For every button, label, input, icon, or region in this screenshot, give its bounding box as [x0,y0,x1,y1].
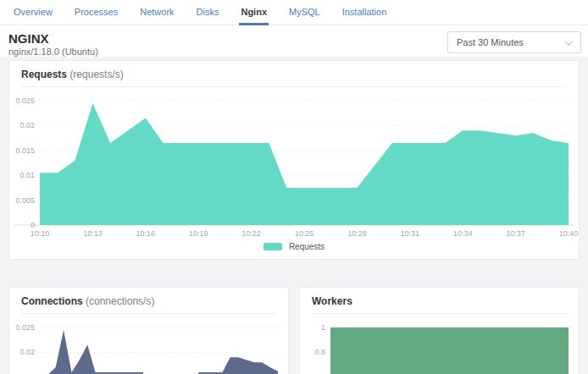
svg-text:0.8: 0.8 [314,348,325,356]
connections-card: Connections (connections/s) 00.0050.010.… [8,287,289,374]
tab-disks[interactable]: Disks [195,0,221,25]
svg-text:10:13: 10:13 [83,229,103,238]
tab-overview[interactable]: Overview [12,0,54,25]
workers-card: Workers 00.20.40.60.81 [299,287,580,374]
connections-chart[interactable]: 00.0050.010.0150.020.025 [9,316,288,374]
svg-text:10:25: 10:25 [295,229,314,238]
bottom-charts-row: Connections (connections/s) 00.0050.010.… [8,287,580,374]
legend-item-requests[interactable]: Requests [263,242,325,251]
svg-text:10:19: 10:19 [189,229,208,238]
divider [21,86,567,87]
chart-unit-text: (requests/s) [69,69,123,80]
requests-legend: Requests [9,241,579,259]
svg-text:0.02: 0.02 [19,121,35,129]
svg-text:0.005: 0.005 [15,196,35,205]
svg-text:10:34: 10:34 [453,229,473,238]
chart-title-requests: Requests (requests/s) [9,61,579,86]
chevron-down-icon [565,37,574,46]
svg-text:10:37: 10:37 [506,229,525,238]
svg-text:0.01: 0.01 [19,171,35,179]
chart-title-text: Requests [21,69,67,80]
svg-text:10:31: 10:31 [401,229,420,238]
chart-unit-text: (connections/s) [86,295,154,307]
page-title: NGINX [8,31,98,46]
tab-processes[interactable]: Processes [73,0,119,25]
chart-title-text: Workers [312,295,352,307]
chart-title-text: Connections [21,295,83,307]
svg-text:10:40: 10:40 [559,229,579,238]
page-header: NGINX nginx/1.18.0 (Ubuntu) Past 30 Minu… [0,25,588,57]
chart-title-workers: Workers [300,288,579,313]
requests-chart[interactable]: 00.0050.010.0150.020.02510:1010:1310:161… [9,89,579,241]
time-range-value: Past 30 Minutes [457,37,524,47]
svg-text:1: 1 [321,323,325,332]
time-range-select[interactable]: Past 30 Minutes [447,31,581,53]
svg-text:10:10: 10:10 [31,229,50,238]
page-header-text: NGINX nginx/1.18.0 (Ubuntu) [8,31,98,58]
svg-text:10:16: 10:16 [136,229,156,238]
chart-title-connections: Connections (connections/s) [9,288,288,313]
tab-installation[interactable]: Installation [341,0,389,25]
tab-mysql[interactable]: MySQL [287,0,322,25]
svg-text:0.025: 0.025 [15,323,35,332]
tab-network[interactable]: Network [138,0,175,25]
svg-text:10:22: 10:22 [241,229,261,238]
tab-nginx[interactable]: Nginx [239,0,269,25]
legend-label: Requests [289,242,325,251]
server-version: nginx/1.18.0 (Ubuntu) [8,47,98,58]
svg-text:10:28: 10:28 [347,229,367,238]
svg-text:0.02: 0.02 [19,348,35,356]
requests-card: Requests (requests/s) 00.0050.010.0150.0… [8,60,580,260]
dashboard-content: Requests (requests/s) 00.0050.010.0150.0… [0,57,588,374]
divider [21,313,276,314]
svg-text:0: 0 [31,221,35,229]
workers-chart[interactable]: 00.20.40.60.81 [300,316,579,374]
svg-text:0.015: 0.015 [15,146,35,155]
tab-bar: Overview Processes Network Disks Nginx M… [0,0,588,25]
svg-text:0.025: 0.025 [15,96,35,105]
legend-swatch [263,243,282,250]
divider [312,313,567,314]
